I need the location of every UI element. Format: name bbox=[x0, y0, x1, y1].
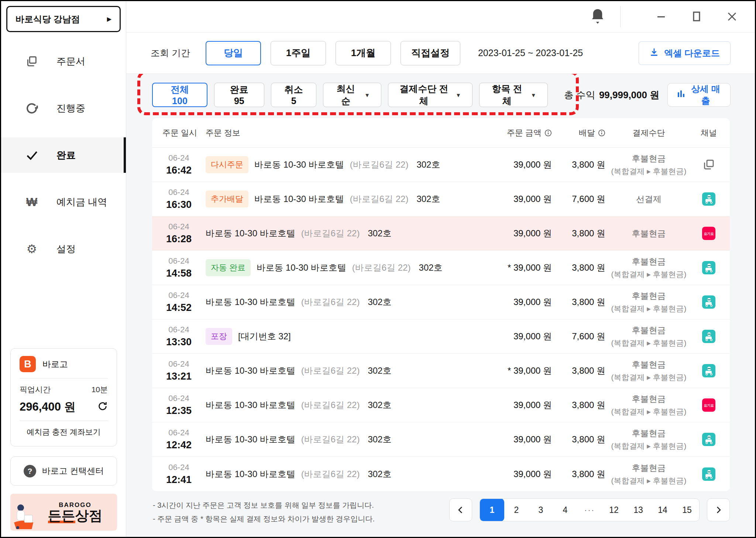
gear-icon: ⚙ bbox=[23, 240, 40, 257]
table-row[interactable]: 06-24 16:28 바로동 10-30 바로호텔 (바로길6길 22) 30… bbox=[152, 216, 730, 251]
item-filter-dropdown[interactable]: 항목 전체 ▼ bbox=[479, 83, 548, 107]
sidebar-menu: 주문서 진행중 완료 ₩ 예치금 내역 ⚙ 설정 bbox=[1, 32, 126, 267]
order-address-sub: (바로길6길 22) bbox=[352, 262, 411, 274]
delivery-fee: 3,800 원 bbox=[572, 434, 605, 444]
order-date: 06-24 bbox=[168, 256, 189, 266]
period-week-button[interactable]: 1주일 bbox=[271, 41, 326, 65]
period-today-button[interactable]: 당일 bbox=[206, 41, 261, 65]
baemin-channel-icon bbox=[702, 433, 715, 446]
order-address-sub: (바로길6길 22) bbox=[301, 434, 360, 445]
table-row[interactable]: 06-24 14:52 바로동 10-30 바로호텔 (바로길6길 22) 30… bbox=[152, 285, 730, 319]
order-date: 06-24 bbox=[168, 394, 189, 403]
order-amount: 39,000 원 bbox=[513, 331, 552, 341]
period-custom-button[interactable]: 직접설정 bbox=[401, 41, 460, 65]
order-time: 12:42 bbox=[166, 439, 192, 451]
deposit-card: B 바로고 픽업시간 10분 296,400 원 예치금 충전 계좌보기 bbox=[10, 348, 117, 446]
payment-method-detail: (복합결제 ▸ 후불현금) bbox=[605, 166, 692, 177]
yogiyo-channel-icon: 요기요 bbox=[702, 227, 715, 240]
period-month-button[interactable]: 1개월 bbox=[336, 41, 391, 65]
table-row[interactable]: 06-24 12:41 바로동 10-30 바로호텔 (바로길6길 22) 30… bbox=[152, 457, 730, 491]
next-page-button[interactable] bbox=[707, 498, 730, 521]
order-place: 바로동 10-30 바로호텔 bbox=[206, 434, 295, 445]
page-number[interactable]: 2 bbox=[504, 498, 529, 521]
order-place: 바로동 10-30 바로호텔 bbox=[206, 227, 295, 239]
sidebar-item-completed[interactable]: 완료 bbox=[1, 137, 126, 173]
page-number[interactable]: 4 bbox=[553, 498, 577, 521]
sidebar-item-orders[interactable]: 주문서 bbox=[1, 44, 126, 79]
filter-tab-cancelled[interactable]: 취소 5 bbox=[271, 83, 317, 107]
bar-chart-icon bbox=[677, 89, 685, 100]
order-place: 바로동 10-30 바로호텔 bbox=[257, 262, 346, 274]
payment-method: 후불현금 bbox=[605, 325, 692, 336]
sidebar-item-label: 설정 bbox=[56, 243, 76, 256]
filter-tab-completed[interactable]: 완료 95 bbox=[214, 83, 264, 107]
page-number[interactable]: 13 bbox=[626, 498, 650, 521]
table-row[interactable]: 06-24 12:42 바로동 10-30 바로호텔 (바로길6길 22) 30… bbox=[152, 422, 730, 457]
order-place: 바로동 10-30 바로호텔 bbox=[206, 365, 295, 377]
sidebar-item-deposit-history[interactable]: ₩ 예치금 내역 bbox=[1, 184, 126, 220]
table-row[interactable]: 06-24 12:35 바로동 10-30 바로호텔 (바로길6길 22) 30… bbox=[152, 388, 730, 422]
channel-cell bbox=[692, 433, 725, 446]
order-address-sub: (바로길6길 22) bbox=[350, 159, 409, 171]
note-privacy: - 3시간이 지난 주문은 고객 정보 보호를 위해 일부 정보를 가립니다. bbox=[153, 498, 375, 512]
payment-method-detail: (복합결제 ▸ 후불현금) bbox=[605, 441, 692, 451]
notification-bell-icon[interactable] bbox=[590, 8, 605, 26]
table-row[interactable]: 06-24 16:30 추가배달 바로동 10-30 바로호텔 (바로길6길 2… bbox=[152, 182, 730, 216]
delivery-fee: 3,800 원 bbox=[572, 400, 605, 410]
order-address-sub: (바로길6길 22) bbox=[301, 468, 360, 480]
promo-banner[interactable]: BAROGO 든든상점 bbox=[10, 494, 117, 531]
won-icon: ₩ bbox=[23, 193, 40, 210]
store-selector-button[interactable]: 바로식당 강남점 ▶ bbox=[6, 6, 121, 32]
sidebar-item-label: 주문서 bbox=[56, 55, 85, 68]
detail-sales-button[interactable]: 상세 매출 bbox=[667, 83, 731, 107]
svg-text:요기요: 요기요 bbox=[704, 404, 714, 407]
order-time: 13:30 bbox=[166, 336, 192, 348]
maximize-button[interactable] bbox=[689, 9, 704, 24]
deposit-account-link[interactable]: 예치금 충전 계좌보기 bbox=[20, 427, 108, 437]
filter-bar: 전체 100 완료 95 취소 5 최신순 ▼ 결제수단 전체 ▼ 항목 전체 … bbox=[152, 83, 731, 107]
col-header-info: 주문 정보 bbox=[206, 127, 491, 138]
minimize-button[interactable] bbox=[654, 9, 669, 24]
channel-cell bbox=[692, 295, 725, 309]
close-button[interactable] bbox=[725, 9, 739, 24]
page-number[interactable]: 12 bbox=[602, 498, 626, 521]
sidebar-item-settings[interactable]: ⚙ 설정 bbox=[1, 231, 126, 267]
promo-illustration bbox=[10, 494, 37, 531]
page-number[interactable]: 3 bbox=[529, 498, 553, 521]
info-icon bbox=[598, 129, 605, 137]
prev-page-button[interactable] bbox=[449, 498, 472, 521]
filter-tab-all[interactable]: 전체 100 bbox=[152, 83, 207, 107]
banner-brand: BAROGO bbox=[37, 501, 113, 509]
svg-text:요기요: 요기요 bbox=[704, 232, 714, 236]
order-address-sub: (바로길6길 22) bbox=[301, 227, 360, 239]
page-number[interactable]: 14 bbox=[650, 498, 675, 521]
page-number[interactable]: 15 bbox=[675, 498, 699, 521]
excel-download-button[interactable]: 엑셀 다운로드 bbox=[639, 41, 731, 65]
check-icon bbox=[23, 147, 40, 164]
order-date: 06-24 bbox=[168, 428, 189, 438]
payment-method: 후불현금 bbox=[605, 228, 692, 239]
order-place: [대기번호 32] bbox=[238, 330, 291, 342]
chevron-down-icon: ▼ bbox=[531, 92, 536, 98]
payment-method-dropdown[interactable]: 결제수단 전체 ▼ bbox=[388, 83, 472, 107]
page-number[interactable]: 1 bbox=[480, 498, 504, 521]
period-label: 조회 기간 bbox=[151, 47, 190, 59]
sort-dropdown[interactable]: 최신순 ▼ bbox=[323, 83, 381, 107]
sidebar: 바로식당 강남점 ▶ 주문서 진행중 완료 bbox=[1, 1, 126, 537]
table-row[interactable]: 06-24 13:21 바로동 10-30 바로호텔 (바로길6길 22) 30… bbox=[152, 354, 730, 388]
refresh-icon[interactable] bbox=[97, 401, 108, 413]
contact-center-button[interactable]: ? 바로고 컨택센터 bbox=[10, 456, 117, 486]
baemin-channel-icon bbox=[702, 467, 715, 481]
table-row[interactable]: 06-24 16:42 다시주문 바로동 10-30 바로호텔 (바로길6길 2… bbox=[152, 148, 730, 182]
channel-cell bbox=[692, 192, 725, 206]
order-place: 바로동 10-30 바로호텔 bbox=[254, 159, 344, 171]
payment-method: 후불현금 bbox=[605, 393, 692, 405]
order-address-sub: (바로길6길 22) bbox=[301, 296, 360, 308]
sidebar-item-in-progress[interactable]: 진행중 bbox=[1, 90, 126, 126]
payment-method-detail: (복합결제 ▸ 후불현금) bbox=[605, 269, 692, 280]
status-badge: 자동 완료 bbox=[206, 259, 251, 276]
table-row[interactable]: 06-24 13:30 포장 [대기번호 32] 39,000 원 7,600 … bbox=[152, 319, 730, 354]
order-unit: 302호 bbox=[368, 399, 391, 411]
content-area: 전체 100 완료 95 취소 5 최신순 ▼ 결제수단 전체 ▼ 항목 전체 … bbox=[126, 74, 755, 537]
table-row[interactable]: 06-24 14:58 자동 완료 바로동 10-30 바로호텔 (바로길6길 … bbox=[152, 251, 730, 285]
